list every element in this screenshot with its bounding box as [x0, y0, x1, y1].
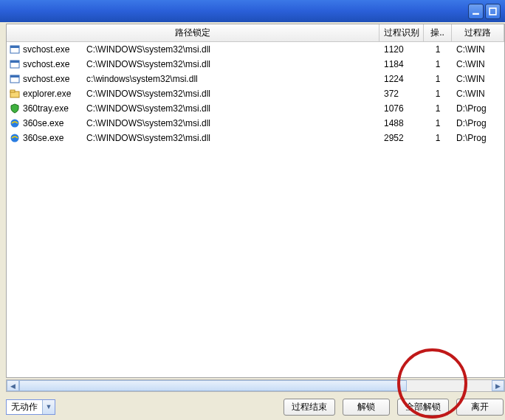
maximize-icon	[489, 7, 497, 16]
shield-icon	[10, 103, 20, 114]
end-process-button[interactable]: 过程结束	[284, 399, 335, 416]
process-name: explorer.exe	[23, 89, 71, 99]
cell-path: C:\WINDOWS\system32\msi.dll	[86, 131, 379, 145]
cell-name: 360se.exe	[7, 116, 86, 131]
column-pid[interactable]: 过程识别	[379, 24, 424, 41]
buttons-right: 过程结束 解锁 全部解锁 离开	[284, 399, 505, 416]
cell-name: 360tray.exe	[7, 101, 86, 116]
titlebar	[0, 0, 505, 22]
cell-path: C:\WINDOWS\system32\msi.dll	[86, 116, 379, 131]
horizontal-scrollbar[interactable]: ◀ ▶	[6, 379, 505, 392]
cell-path: c:\windows\system32\msi.dll	[86, 72, 379, 86]
cell-op: 1	[424, 42, 452, 57]
process-name: 360tray.exe	[23, 103, 69, 114]
unlock-all-button[interactable]: 全部解锁	[397, 399, 449, 416]
table-row[interactable]: svchost.exeC:\WINDOWS\system32\msi.dll11…	[7, 57, 504, 72]
scroll-thumb[interactable]	[19, 380, 407, 391]
cell-pid: 372	[379, 86, 424, 101]
cell-op: 1	[424, 72, 452, 86]
minimize-button[interactable]	[468, 4, 484, 19]
cell-proc: C:\WIN	[452, 86, 504, 101]
svg-rect-0	[473, 13, 479, 14]
table-row[interactable]: 360se.exeC:\WINDOWS\system32\msi.dll2952…	[7, 131, 504, 145]
action-select-label: 无动作	[7, 401, 42, 413]
table-row[interactable]: svchost.exec:\windows\system32\msi.dll12…	[7, 72, 504, 86]
chevron-down-icon: ▼	[42, 400, 55, 414]
process-name: svchost.exe	[23, 44, 69, 55]
scroll-track[interactable]	[19, 380, 492, 391]
window-icon	[10, 74, 20, 84]
cell-pid: 1224	[379, 72, 424, 86]
table-row[interactable]: 360se.exeC:\WINDOWS\system32\msi.dll1488…	[7, 116, 504, 131]
table-body: svchost.exeC:\WINDOWS\system32\msi.dll11…	[7, 42, 504, 145]
window-icon	[10, 44, 20, 55]
column-operation[interactable]: 操..	[424, 24, 452, 41]
cell-pid: 1120	[379, 42, 424, 57]
column-process-path[interactable]: 过程路	[452, 24, 504, 41]
svg-rect-1	[489, 8, 496, 15]
maximize-button[interactable]	[485, 4, 501, 19]
cell-path: C:\WINDOWS\system32\msi.dll	[86, 86, 379, 101]
unlock-button[interactable]: 解锁	[343, 399, 390, 416]
table-header: 路径锁定 过程识别 操.. 过程路	[7, 24, 504, 42]
ie-icon	[10, 133, 20, 143]
cell-proc: D:\Prog	[452, 116, 504, 131]
cell-name: svchost.exe	[7, 72, 86, 86]
cell-op: 1	[424, 57, 452, 72]
svg-rect-7	[10, 75, 19, 78]
cell-pid: 2952	[379, 131, 424, 145]
process-name: 360se.exe	[23, 118, 63, 128]
cell-op: 1	[424, 86, 452, 101]
process-list-panel: 路径锁定 过程识别 操.. 过程路 svchost.exeC:\WINDOWS\…	[6, 24, 505, 378]
cell-pid: 1076	[379, 101, 424, 116]
action-select[interactable]: 无动作 ▼	[6, 399, 55, 415]
cell-name: svchost.exe	[7, 42, 86, 57]
cell-proc: D:\Prog	[452, 101, 504, 116]
cell-path: C:\WINDOWS\system32\msi.dll	[86, 42, 379, 57]
svg-rect-9	[10, 90, 15, 92]
process-name: svchost.exe	[23, 74, 69, 84]
window-icon	[10, 59, 20, 69]
process-name: svchost.exe	[23, 59, 69, 69]
table-row[interactable]: svchost.exeC:\WINDOWS\system32\msi.dll11…	[7, 42, 504, 57]
table-row[interactable]: 360tray.exeC:\WINDOWS\system32\msi.dll10…	[7, 101, 504, 116]
minimize-icon	[472, 7, 480, 16]
cell-proc: C:\WIN	[452, 42, 504, 57]
cell-name: 360se.exe	[7, 131, 86, 145]
leave-button[interactable]: 离开	[456, 399, 504, 416]
cell-path: C:\WINDOWS\system32\msi.dll	[86, 101, 379, 116]
cell-proc: C:\WIN	[452, 57, 504, 72]
cell-proc: C:\WIN	[452, 72, 504, 86]
cell-name: svchost.exe	[7, 57, 86, 72]
scroll-left-button[interactable]: ◀	[7, 380, 19, 391]
cell-proc: D:\Prog	[452, 131, 504, 145]
ie-icon	[10, 118, 20, 128]
column-path-lock[interactable]: 路径锁定	[7, 24, 379, 41]
cell-op: 1	[424, 131, 452, 145]
scroll-right-button[interactable]: ▶	[492, 380, 504, 391]
cell-op: 1	[424, 116, 452, 131]
cell-path: C:\WINDOWS\system32\msi.dll	[86, 57, 379, 72]
bottom-toolbar: 无动作 ▼ 过程结束 解锁 全部解锁 离开	[6, 396, 505, 417]
cell-pid: 1184	[379, 57, 424, 72]
svg-rect-5	[10, 61, 19, 63]
table-row[interactable]: explorer.exeC:\WINDOWS\system32\msi.dll3…	[7, 86, 504, 101]
svg-rect-3	[10, 46, 19, 48]
process-name: 360se.exe	[23, 133, 63, 143]
cell-op: 1	[424, 101, 452, 116]
folder-icon	[10, 89, 20, 99]
cell-pid: 1488	[379, 116, 424, 131]
cell-name: explorer.exe	[7, 86, 86, 101]
